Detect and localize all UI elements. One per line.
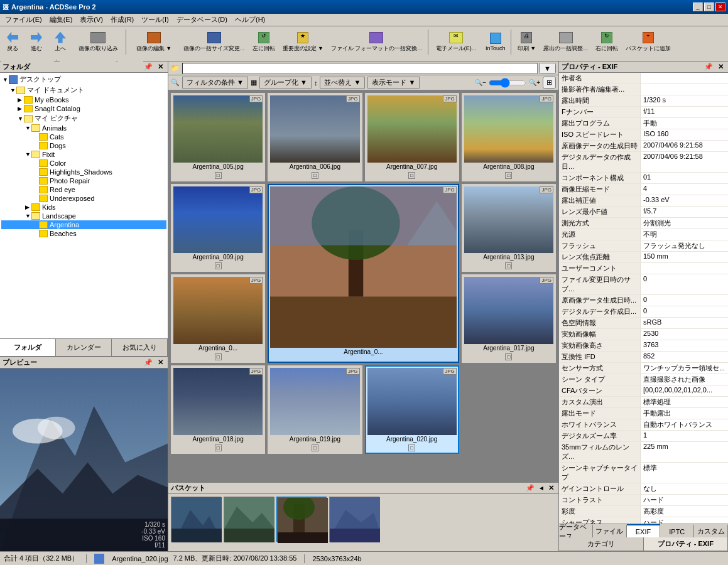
menu-tools[interactable]: ツール(I) [138, 14, 172, 26]
window-controls[interactable]: _ □ ✕ [693, 3, 725, 11]
tree-item-dogs[interactable]: Dogs [1, 141, 166, 150]
tab-custom[interactable]: カスタム [694, 524, 728, 537]
rotate-left-button[interactable]: ↺ 左に回転 [249, 28, 278, 56]
up-button[interactable]: 上へ [49, 28, 72, 56]
basket-controls[interactable]: 📌 ◂ ✕ [524, 483, 556, 493]
pin-icon[interactable]: 📌 [524, 483, 536, 493]
minimize-button[interactable]: _ [693, 3, 703, 11]
thumb-019[interactable]: JPG Argentina_019.jpg □ [268, 365, 362, 454]
batch-exposure-button[interactable]: 露出の一括調整... [540, 28, 591, 56]
view-mode-button[interactable]: 表示モード ▼ [367, 77, 420, 89]
tree-item-beaches[interactable]: Beaches [1, 229, 166, 238]
preview-controls[interactable]: 📌 ✕ [142, 358, 165, 367]
add-basket-button[interactable]: + バスケットに追加 [622, 28, 674, 56]
tree-item-fixit[interactable]: ▼ Fixit [1, 150, 166, 159]
tab2-category[interactable]: カテゴリ [559, 537, 644, 551]
thumb-image-014 [173, 277, 263, 344]
thumb-image-007 [367, 95, 457, 163]
pin-icon[interactable]: 📌 [142, 358, 155, 367]
thumb-007[interactable]: JPG Argentina_007.jpg □ [365, 93, 459, 181]
zoom-slider[interactable] [489, 78, 526, 87]
thumb-006[interactable]: JPG Argentina_006.jpg □ [268, 93, 362, 181]
tree-item-desktop[interactable]: ▼ デスクトップ [1, 74, 166, 85]
menu-view[interactable]: 表示(V) [76, 14, 107, 26]
tab-calendar[interactable]: カレンダー [56, 339, 112, 356]
restore-button[interactable]: □ [704, 3, 714, 11]
props-controls[interactable]: 📌 ✕ [702, 62, 725, 72]
group-button[interactable]: グループ化 ▼ [259, 77, 312, 89]
prop-scene-capture: シーンキャプチャータイプ 標準 [559, 463, 728, 483]
tree-item-underexposed[interactable]: Underexposed [1, 194, 166, 203]
batch-resize-button[interactable]: 画像の一括サイズ変更... [180, 28, 248, 56]
thumb-014[interactable]: JPG Argentina_0... □ [171, 274, 265, 363]
close-panel-icon[interactable]: ✕ [156, 358, 165, 367]
prop-flash: フラッシュ フラッシュ発光なし [559, 240, 728, 252]
intouch-button[interactable]: InTouch [482, 28, 509, 56]
thumb-020[interactable]: JPG Argentina_020.jpg □ [365, 365, 459, 454]
tree-item-landscape[interactable]: ▼ Landscape [1, 212, 166, 220]
prop-user-comment: ユーザーコメント [559, 263, 728, 274]
tab-iptc[interactable]: IPTC [660, 524, 694, 537]
basket-item-4[interactable] [329, 497, 379, 542]
path-go-button[interactable]: ▼ [539, 63, 556, 74]
filter-condition-button[interactable]: フィルタの条件 ▼ [182, 77, 248, 89]
tab-file[interactable]: ファイル [593, 524, 627, 537]
menu-edit[interactable]: 編集(E) [46, 14, 77, 26]
print-button[interactable]: 🖨 印刷 ▼ [514, 28, 539, 56]
thumb-009[interactable]: JPG Argentina_009.jpg □ [171, 184, 265, 272]
tab-favorites[interactable]: お気に入り [112, 339, 168, 356]
folder-tree[interactable]: ▼ デスクトップ ▼ マイ ドキュメント ▶ My eBooks [0, 73, 168, 338]
basket-item-1[interactable] [171, 497, 221, 542]
thumb-008[interactable]: JPG Argentina_008.jpg □ [462, 93, 556, 181]
tree-item-redeye[interactable]: Red eye [1, 185, 166, 194]
batch-format-button[interactable]: ファイル フォーマットの一括変換... [328, 28, 425, 56]
tree-item-snagit[interactable]: ▶ SnagIt Catalog [1, 104, 166, 113]
importance-button[interactable]: ★ 重要度の設定 ▼ [280, 28, 327, 56]
tree-item-animals[interactable]: ▼ Animals [1, 124, 166, 132]
menu-create[interactable]: 作成(R) [107, 14, 138, 26]
folder-open-icon [31, 212, 40, 220]
tab-exif[interactable]: EXIF [627, 524, 661, 537]
tree-item-ebooks[interactable]: ▶ My eBooks [1, 95, 166, 104]
thumb-005[interactable]: JPG Argentina_005.jpg □ [171, 93, 265, 181]
properties-title: プロパティ - EXIF [562, 62, 617, 72]
tree-item-highlights[interactable]: Highlights_Shadows [1, 168, 166, 176]
close-button[interactable]: ✕ [715, 3, 725, 11]
pin-icon[interactable]: 📌 [702, 62, 715, 72]
forward-button[interactable]: 進む [25, 28, 48, 56]
tree-item-cats[interactable]: Cats [1, 132, 166, 141]
rotate-right-button[interactable]: ↻ 右に回転 [592, 28, 621, 56]
back-button[interactable]: 戻る [1, 28, 24, 56]
tree-item-mypictures[interactable]: ▼ マイ ピクチャ [1, 113, 166, 124]
expand-icon[interactable]: ◂ [538, 483, 545, 493]
tree-item-mydocs[interactable]: ▼ マイ ドキュメント [1, 85, 166, 95]
tab2-properties[interactable]: プロパティ - EXIF [644, 537, 729, 551]
tree-item-kids[interactable]: ▶ Kids [1, 203, 166, 212]
path-input[interactable]: C:¥Documents and Settings¥lsddev¥My Docu… [182, 63, 538, 74]
close-panel-icon[interactable]: ✕ [546, 483, 556, 493]
basket-item-2[interactable] [224, 497, 274, 542]
tree-item-photo-repair[interactable]: Photo Repair [1, 176, 166, 185]
import-button[interactable]: 画像の取り込み [73, 28, 123, 56]
pin-icon[interactable]: 📌 [142, 62, 155, 72]
tab-database[interactable]: データベース [559, 524, 593, 537]
thumb-013[interactable]: JPG Argentina_013.jpg □ [462, 184, 556, 272]
menu-help[interactable]: ヘルプ(H) [231, 14, 269, 26]
close-panel-icon[interactable]: ✕ [156, 62, 165, 72]
menu-database[interactable]: データベース(D) [173, 14, 231, 26]
folder-panel-controls[interactable]: 📌 ✕ [142, 62, 165, 72]
basket-item-3[interactable] [276, 497, 327, 542]
menu-file[interactable]: ファイル(E) [1, 14, 46, 26]
tree-item-argentina[interactable]: Argentina [1, 220, 166, 229]
thumb-010-big[interactable]: JPG [268, 184, 459, 363]
sort-button[interactable]: 並べ替え ▼ [320, 77, 365, 89]
thumbnail-grid: JPG Argentina_005.jpg □ JPG Argentina_00… [168, 90, 558, 482]
thumb-018[interactable]: JPG Argentina_018.jpg □ [171, 365, 265, 454]
thumb-017[interactable]: JPG Argentina_017.jpg □ [462, 274, 556, 363]
tree-item-color[interactable]: Color [1, 159, 166, 168]
close-panel-icon[interactable]: ✕ [716, 62, 725, 72]
email-button[interactable]: ✉ 電子メール(E)... [431, 28, 481, 56]
expand-button[interactable]: ⊞ [543, 77, 556, 89]
tab-folder[interactable]: フォルダ [0, 339, 56, 356]
edit-image-button[interactable]: 画像の編集 ▼ [129, 28, 179, 56]
